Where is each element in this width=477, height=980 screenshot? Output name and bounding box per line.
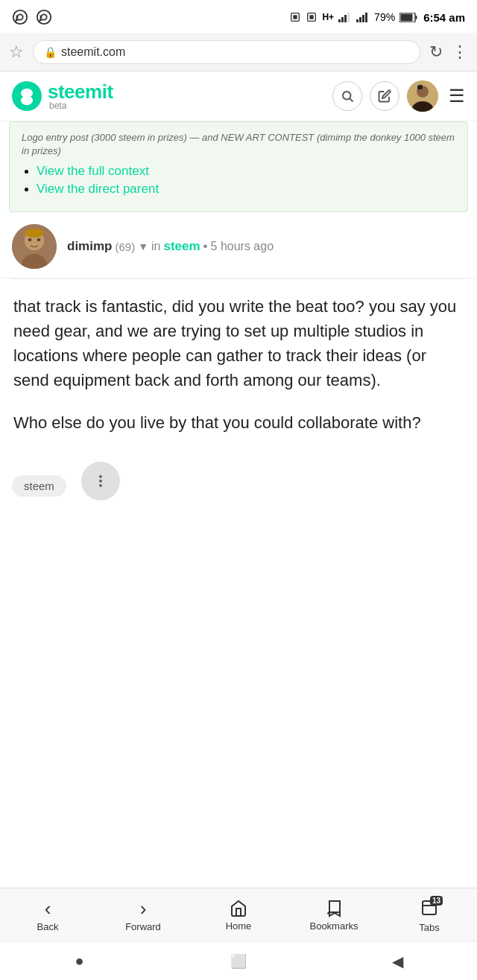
status-icons-left <box>12 9 52 25</box>
tabs-badge: 13 <box>430 896 443 906</box>
signal-icon <box>338 12 352 22</box>
lock-icon: 🔒 <box>44 46 57 58</box>
tags-area: steem <box>0 447 477 512</box>
beta-label: beta <box>49 101 113 110</box>
nav-forward[interactable]: › Forward <box>113 899 173 932</box>
nav-back[interactable]: ‹ Back <box>18 899 78 932</box>
nav-home-label: Home <box>226 920 252 932</box>
svg-point-33 <box>99 484 102 487</box>
comment-body: that track is fantastic, did you write t… <box>0 279 477 447</box>
svg-rect-10 <box>356 19 358 22</box>
search-button[interactable] <box>332 81 362 111</box>
svg-rect-11 <box>359 17 361 22</box>
dots-icon <box>92 472 110 490</box>
comment-header: dimimp (69) ▼ in steem • 5 hours ago <box>0 212 477 279</box>
nav-bookmarks-label: Bookmarks <box>309 920 358 932</box>
comment-separator: • <box>203 239 208 254</box>
svg-point-30 <box>37 238 41 241</box>
comment-in-label: in <box>151 240 160 253</box>
signal2-icon <box>356 12 370 22</box>
comment-timestamp: 5 hours ago <box>211 240 274 253</box>
android-recents-square[interactable]: ⬜ <box>216 946 261 976</box>
svg-rect-3 <box>294 15 297 19</box>
user-avatar[interactable] <box>407 80 438 112</box>
whatsapp2-icon <box>36 9 52 25</box>
svg-rect-7 <box>341 17 344 22</box>
bottom-spacer <box>0 512 477 616</box>
view-full-context-link[interactable]: View the full context <box>37 164 149 178</box>
svg-point-32 <box>99 480 102 483</box>
more-icon[interactable]: ⋮ <box>452 42 468 62</box>
status-info-right: H+ 79% 6:54 am <box>289 11 465 24</box>
svg-point-27 <box>25 229 44 238</box>
view-direct-parent-link[interactable]: View the direct parent <box>37 182 159 196</box>
nav-home[interactable]: Home <box>209 900 268 932</box>
svg-rect-13 <box>365 13 367 22</box>
nav-bookmarks[interactable]: Bookmarks <box>304 900 364 932</box>
nav-forward-label: Forward <box>125 921 161 932</box>
menu-button[interactable]: ☰ <box>449 86 465 106</box>
comment-reputation: (69) <box>115 241 135 253</box>
steemit-logo-text: steemit beta <box>48 82 113 110</box>
forward-icon: › <box>140 899 147 918</box>
svg-point-0 <box>13 10 27 24</box>
comment-meta: dimimp (69) ▼ in steem • 5 hours ago <box>67 239 274 254</box>
android-nav-bar: ● ⬜ ◀ <box>0 941 477 980</box>
edit-button[interactable] <box>370 81 399 111</box>
comment-author-name[interactable]: dimimp <box>67 239 112 254</box>
refresh-icon[interactable]: ↻ <box>429 42 443 62</box>
url-text: steemit.com <box>61 45 125 59</box>
steemit-logo-icon <box>12 81 42 111</box>
context-link-full[interactable]: View the full context <box>37 164 455 179</box>
nav-back-label: Back <box>37 921 59 932</box>
svg-rect-6 <box>338 19 341 22</box>
context-title: Logo entry post (3000 steem in prizes) —… <box>22 131 455 158</box>
svg-rect-12 <box>362 15 364 22</box>
nav-tabs[interactable]: 13 Tabs <box>399 899 459 933</box>
battery-icon <box>399 13 417 22</box>
comment-author-avatar[interactable] <box>12 224 57 269</box>
url-bar[interactable]: 🔒 steemit.com <box>33 40 420 64</box>
status-bar: H+ 79% 6:54 am <box>0 0 477 33</box>
comment-paragraph-2: Who else do you live by that you could c… <box>13 410 464 435</box>
android-back-arrow[interactable]: ◀ <box>375 946 420 976</box>
header-icons: ☰ <box>332 80 465 112</box>
site-logo[interactable]: steemit beta <box>12 81 113 111</box>
svg-point-31 <box>99 475 102 478</box>
svg-point-1 <box>37 10 51 24</box>
nav-tabs-label: Tabs <box>419 922 439 933</box>
bottom-navigation: ‹ Back › Forward Home Bookmarks 13 Tabs <box>0 888 477 941</box>
comment-dropdown-arrow[interactable]: ▼ <box>138 241 148 252</box>
whatsapp-icon <box>12 9 28 25</box>
svg-rect-9 <box>347 13 350 22</box>
network-type: H+ <box>322 12 334 22</box>
home-icon <box>230 900 247 917</box>
browser-bar: ☆ 🔒 steemit.com ↻ ⋮ <box>0 33 477 71</box>
svg-line-19 <box>350 98 353 101</box>
context-box: Logo entry post (3000 steem in prizes) —… <box>9 121 468 212</box>
context-links: View the full context View the direct pa… <box>22 164 455 197</box>
battery-percent: 79% <box>374 11 395 23</box>
bookmarks-icon <box>325 900 343 917</box>
svg-rect-8 <box>344 15 347 22</box>
search-icon <box>341 89 354 103</box>
clock-time: 6:54 am <box>423 11 465 24</box>
sim-icon <box>289 11 301 23</box>
comment-paragraph-1: that track is fantastic, did you write t… <box>13 294 464 392</box>
svg-point-29 <box>28 238 32 241</box>
vote-button[interactable] <box>81 462 120 500</box>
context-link-parent[interactable]: View the direct parent <box>37 182 455 197</box>
star-icon[interactable]: ☆ <box>9 42 24 62</box>
tag-steem[interactable]: steem <box>12 475 66 497</box>
back-icon: ‹ <box>45 899 51 918</box>
android-home-dot[interactable]: ● <box>57 946 102 976</box>
svg-point-18 <box>343 92 351 100</box>
avatar-face <box>12 224 57 269</box>
edit-icon <box>378 89 391 103</box>
avatar-image <box>407 80 438 112</box>
site-name: steemit <box>48 82 113 101</box>
site-header: steemit beta ☰ <box>0 71 477 121</box>
comment-category[interactable]: steem <box>163 239 200 254</box>
svg-rect-5 <box>310 15 314 19</box>
svg-rect-16 <box>416 16 417 19</box>
